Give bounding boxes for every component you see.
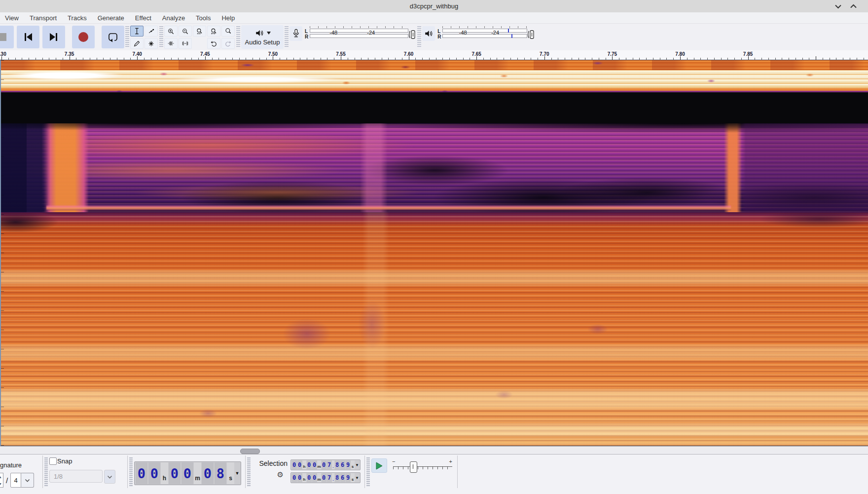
snap-checkbox[interactable] xyxy=(49,457,57,465)
spectrogram-top-band xyxy=(1,60,868,70)
play-at-speed-button[interactable] xyxy=(371,458,387,473)
stop-icon xyxy=(0,33,7,41)
menu-transport[interactable]: Transport xyxy=(24,12,62,24)
dropdown-arrow-icon[interactable]: ▼ xyxy=(355,460,360,469)
audacity-window: d3cpcpr_withbug ViewTransportTracksGener… xyxy=(0,0,868,494)
time-signature-section: gnature ▲▼ / 4 xyxy=(0,455,42,488)
scrollbar-thumb[interactable] xyxy=(240,449,260,454)
playback-meter-button[interactable] xyxy=(422,26,435,41)
edit-toolbar-grip[interactable] xyxy=(159,26,163,48)
time-signature-denominator[interactable]: 4 xyxy=(10,473,21,488)
toolbar: Audio Setup L R -48 -24 xyxy=(0,24,868,50)
playback-meter[interactable]: L R -48 -24 xyxy=(422,24,535,42)
skip-to-end-icon xyxy=(48,31,60,43)
record-meter-button[interactable] xyxy=(289,26,302,41)
ibeam-icon xyxy=(134,27,140,36)
loop-icon xyxy=(107,31,119,43)
undo-button[interactable] xyxy=(207,38,220,49)
chevron-up-icon xyxy=(850,4,857,9)
timeline-ruler[interactable]: 7.307.357.407.457.507.557.607.657.707.75… xyxy=(0,50,868,60)
record-volume-slider[interactable] xyxy=(408,29,416,42)
record-meter[interactable]: L R -48 -24 xyxy=(289,24,416,42)
multi-tool-icon xyxy=(148,39,154,48)
silence-audio-button[interactable] xyxy=(179,38,192,49)
selection-section: Selection ⚙ 00h00m07.869s▼ 00h00m07.869s… xyxy=(252,455,361,483)
audio-setup-button[interactable]: Audio Setup xyxy=(241,25,284,49)
status-bar: gnature ▲▼ / 4 Snap 1/8 xyxy=(0,455,868,494)
selection-tool-button[interactable] xyxy=(130,26,144,37)
selection-start-field[interactable]: 00h00m07.869s▼ xyxy=(290,459,361,470)
silence-audio-icon xyxy=(182,39,188,47)
chevron-down-icon xyxy=(834,4,842,9)
playback-meter-grip[interactable] xyxy=(417,26,421,48)
dropdown-arrow-icon xyxy=(267,32,271,35)
timeline-label: 7.75 xyxy=(608,51,617,57)
audio-setup-grip[interactable] xyxy=(236,26,240,48)
spectrogram-track[interactable] xyxy=(0,60,868,446)
horizontal-scrollbar[interactable] xyxy=(0,446,868,455)
fit-selection-icon xyxy=(196,27,203,36)
spectrogram-purple-band xyxy=(1,123,868,212)
dropdown-arrow-icon[interactable]: ▼ xyxy=(355,473,360,482)
frequency-ticks xyxy=(1,60,4,446)
tools-toolbar-grip[interactable] xyxy=(125,26,129,48)
redo-button[interactable] xyxy=(221,38,235,49)
stop-button[interactable] xyxy=(0,26,14,48)
zoom-out-button[interactable] xyxy=(179,26,192,37)
draw-tool-button[interactable] xyxy=(130,38,144,49)
timeline-label: 7.60 xyxy=(404,51,413,57)
speed-grip[interactable] xyxy=(366,457,370,486)
snap-value-combo[interactable]: 1/8 xyxy=(49,470,103,483)
menu-tools[interactable]: Tools xyxy=(190,12,216,24)
gear-icon[interactable]: ⚙ xyxy=(277,470,284,479)
time-signature-denominator-dropdown[interactable] xyxy=(21,473,34,488)
play-speed-slider[interactable]: − + xyxy=(391,458,454,475)
audio-setup-label: Audio Setup xyxy=(245,38,280,46)
audio-position-display[interactable]: 00h00m08s▼ xyxy=(134,461,241,485)
minimize-button[interactable] xyxy=(834,4,842,9)
fit-project-button[interactable] xyxy=(207,26,220,37)
snap-dropdown-button[interactable] xyxy=(104,470,115,484)
maximize-button[interactable] xyxy=(850,4,857,9)
chevron-down-icon xyxy=(107,475,112,479)
spectrogram-bright-line xyxy=(46,205,731,210)
zoom-in-button[interactable] xyxy=(164,26,178,37)
timeline-label: 7.45 xyxy=(200,51,210,57)
record-icon xyxy=(77,31,89,43)
snap-grip[interactable] xyxy=(44,457,48,486)
spectrogram-orange-band xyxy=(1,212,868,446)
envelope-tool-button[interactable] xyxy=(145,26,158,37)
menu-help[interactable]: Help xyxy=(216,12,240,24)
record-meter-bars[interactable]: -48 -24 xyxy=(310,26,408,41)
speaker-icon xyxy=(424,29,433,38)
selection-end-field[interactable]: 00h00m07.869s▼ xyxy=(290,472,361,483)
speed-slider-thumb[interactable] xyxy=(410,461,417,473)
undo-icon xyxy=(211,39,217,48)
playback-peak-indicator-r xyxy=(511,34,512,38)
selection-grip[interactable] xyxy=(247,457,251,486)
skip-to-start-button[interactable] xyxy=(17,26,39,48)
playback-volume-slider[interactable] xyxy=(527,29,535,42)
time-signature-spinner[interactable]: ▲▼ xyxy=(0,473,3,488)
menu-generate[interactable]: Generate xyxy=(92,12,130,24)
menu-view[interactable]: View xyxy=(5,12,24,24)
loop-button[interactable] xyxy=(102,26,124,48)
skip-to-end-button[interactable] xyxy=(42,26,65,48)
multi-tool-button[interactable] xyxy=(145,38,158,49)
fit-project-icon xyxy=(211,27,217,36)
menu-analyze[interactable]: Analyze xyxy=(157,12,190,24)
trim-audio-button[interactable] xyxy=(164,38,178,49)
dropdown-arrow-icon[interactable]: ▼ xyxy=(234,462,240,484)
time-grip[interactable] xyxy=(129,457,133,486)
speed-plus-label: + xyxy=(449,458,452,464)
playback-meter-bars[interactable]: -48 -24 xyxy=(442,26,527,41)
playback-meter-channels: L R xyxy=(435,26,442,42)
spectrogram-edge-band xyxy=(1,88,868,92)
fit-selection-button[interactable] xyxy=(193,26,206,37)
record-meter-grip[interactable] xyxy=(285,26,289,48)
menu-tracks[interactable]: Tracks xyxy=(62,12,92,24)
menu-effect[interactable]: Effect xyxy=(130,12,157,24)
window-controls xyxy=(834,0,857,12)
record-button[interactable] xyxy=(72,26,95,48)
zoom-toggle-button[interactable] xyxy=(221,26,235,37)
